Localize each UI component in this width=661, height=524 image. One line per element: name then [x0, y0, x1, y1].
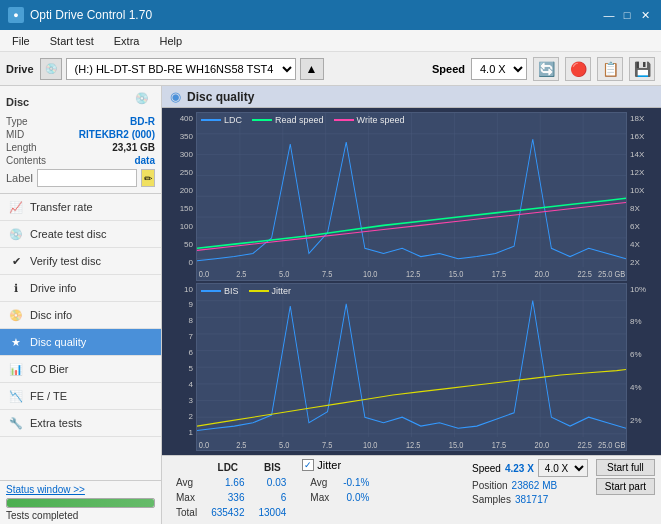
sidebar-item-disc-info[interactable]: 📀 Disc info — [0, 302, 161, 329]
sidebar-item-disc-quality[interactable]: ★ Disc quality — [0, 329, 161, 356]
speed-row-label: Speed — [472, 463, 501, 474]
stats-avg-row: Avg 1.66 0.03 — [170, 476, 292, 489]
jitter-max-row: Max 0.0% — [304, 491, 375, 504]
toolbar: Drive 💿 (H:) HL-DT-ST BD-RE WH16NS58 TST… — [0, 52, 661, 86]
speed-select-bottom[interactable]: 4.0 X — [538, 459, 588, 477]
chart1-container: 400 350 300 250 200 150 100 50 0 LDC — [166, 112, 657, 281]
drive-select[interactable]: (H:) HL-DT-ST BD-RE WH16NS58 TST4 — [66, 58, 296, 80]
chart2-body: BIS Jitter — [196, 283, 627, 452]
start-full-button[interactable]: Start full — [596, 459, 655, 476]
speed-select[interactable]: 4.0 X — [471, 58, 527, 80]
settings-button1[interactable]: 🔴 — [565, 57, 591, 81]
disc-length-label: Length — [6, 142, 37, 153]
disc-mid-value: RITEKBR2 (000) — [79, 129, 155, 140]
sidebar-item-verify-test-disc[interactable]: ✔ Verify test disc — [0, 248, 161, 275]
save-button[interactable]: 💾 — [629, 57, 655, 81]
disc-contents-value: data — [134, 155, 155, 166]
minimize-button[interactable]: — — [601, 7, 617, 23]
nav-fe-te-label: FE / TE — [30, 390, 67, 402]
disc-length-row: Length 23,31 GB — [6, 142, 155, 153]
jitter-max-value: 0.0% — [337, 491, 375, 504]
drive-label: Drive — [6, 63, 34, 75]
disc-label-input[interactable] — [37, 169, 137, 187]
app-icon: ● — [8, 7, 24, 23]
extra-tests-icon: 🔧 — [8, 415, 24, 431]
jitter-table: Avg -0.1% Max 0.0% — [302, 474, 377, 510]
eject-button[interactable]: ▲ — [300, 58, 324, 80]
right-panel: ◉ Disc quality 400 350 300 250 200 150 1… — [162, 86, 661, 524]
chart2-container: 10 9 8 7 6 5 4 3 2 1 BIS — [166, 283, 657, 452]
stats-total-ldc: 635432 — [205, 506, 250, 519]
disc-contents-row: Contents data — [6, 155, 155, 166]
create-disc-icon: 💿 — [8, 226, 24, 242]
svg-text:22.5: 22.5 — [578, 440, 593, 450]
transfer-rate-icon: 📈 — [8, 199, 24, 215]
svg-text:15.0: 15.0 — [449, 270, 464, 279]
nav-items: 📈 Transfer rate 💿 Create test disc ✔ Ver… — [0, 194, 161, 480]
sidebar-item-extra-tests[interactable]: 🔧 Extra tests — [0, 410, 161, 437]
svg-text:5.0: 5.0 — [279, 440, 290, 450]
legend-ldc: LDC — [201, 115, 242, 125]
chart2-y-axis: 10 9 8 7 6 5 4 3 2 1 — [166, 283, 196, 452]
menu-extra[interactable]: Extra — [106, 30, 148, 51]
stats-avg-bis: 0.03 — [253, 476, 293, 489]
jitter-checkbox[interactable]: ✓ — [302, 459, 314, 471]
nav-verify-disc-label: Verify test disc — [30, 255, 101, 267]
jitter-avg-value: -0.1% — [337, 476, 375, 489]
refresh-button[interactable]: 🔄 — [533, 57, 559, 81]
svg-text:7.5: 7.5 — [322, 440, 333, 450]
close-button[interactable]: ✕ — [637, 7, 653, 23]
stats-max-bis: 6 — [253, 491, 293, 504]
stats-avg-ldc: 1.66 — [205, 476, 250, 489]
nav-drive-info-label: Drive info — [30, 282, 76, 294]
chart2-svg: 0.0 2.5 5.0 7.5 10.0 12.5 15.0 17.5 20.0… — [197, 284, 626, 451]
stats-max-row: Max 336 6 — [170, 491, 292, 504]
menu-start-test[interactable]: Start test — [42, 30, 102, 51]
legend-jitter: Jitter — [249, 286, 292, 296]
svg-text:22.5: 22.5 — [578, 270, 593, 279]
legend-bis: BIS — [201, 286, 239, 296]
sidebar-item-fe-te[interactable]: 📉 FE / TE — [0, 383, 161, 410]
menu-file[interactable]: File — [4, 30, 38, 51]
jitter-avg-row: Avg -0.1% — [304, 476, 375, 489]
svg-text:25.0 GB: 25.0 GB — [598, 440, 626, 450]
stats-total-label: Total — [170, 506, 203, 519]
svg-text:2.5: 2.5 — [236, 440, 247, 450]
svg-text:12.5: 12.5 — [406, 440, 421, 450]
stats-bis-header: BIS — [253, 461, 293, 474]
disc-label-button[interactable]: ✏ — [141, 169, 155, 187]
cd-bier-icon: 📊 — [8, 361, 24, 377]
sidebar-item-create-test-disc[interactable]: 💿 Create test disc — [0, 221, 161, 248]
position-label: Position — [472, 480, 508, 491]
drive-info-icon: ℹ — [8, 280, 24, 296]
svg-text:0.0: 0.0 — [199, 440, 210, 450]
jitter-avg-label: Avg — [304, 476, 335, 489]
sidebar-item-drive-info[interactable]: ℹ Drive info — [0, 275, 161, 302]
svg-text:20.0: 20.0 — [535, 440, 550, 450]
samples-label: Samples — [472, 494, 511, 505]
action-buttons: Start full Start part — [596, 459, 655, 495]
legend-read-speed: Read speed — [252, 115, 324, 125]
start-part-button[interactable]: Start part — [596, 478, 655, 495]
disc-type-label: Type — [6, 116, 28, 127]
disc-info-panel: Disc 💿 Type BD-R MID RITEKBR2 (000) Leng… — [0, 86, 161, 194]
status-window-button[interactable]: Status window >> — [6, 484, 155, 495]
sidebar-item-cd-bier[interactable]: 📊 CD Bier — [0, 356, 161, 383]
maximize-button[interactable]: □ — [619, 7, 635, 23]
sidebar-item-transfer-rate[interactable]: 📈 Transfer rate — [0, 194, 161, 221]
progress-bar-container — [6, 498, 155, 508]
disc-panel-icon: 💿 — [135, 92, 155, 112]
chart1-legend: LDC Read speed Write speed — [201, 115, 404, 125]
position-value: 23862 MB — [512, 480, 558, 491]
svg-text:7.5: 7.5 — [322, 270, 333, 279]
main-area: Disc 💿 Type BD-R MID RITEKBR2 (000) Leng… — [0, 86, 661, 524]
disc-mid-row: MID RITEKBR2 (000) — [6, 129, 155, 140]
speed-row: Speed 4.23 X 4.0 X — [472, 459, 588, 477]
jitter-empty-row — [304, 506, 375, 508]
sidebar: Disc 💿 Type BD-R MID RITEKBR2 (000) Leng… — [0, 86, 162, 524]
menu-help[interactable]: Help — [151, 30, 190, 51]
svg-text:10.0: 10.0 — [363, 270, 378, 279]
settings-button2[interactable]: 📋 — [597, 57, 623, 81]
chart-header-icon: ◉ — [170, 89, 181, 104]
speed-label: Speed — [432, 63, 465, 75]
